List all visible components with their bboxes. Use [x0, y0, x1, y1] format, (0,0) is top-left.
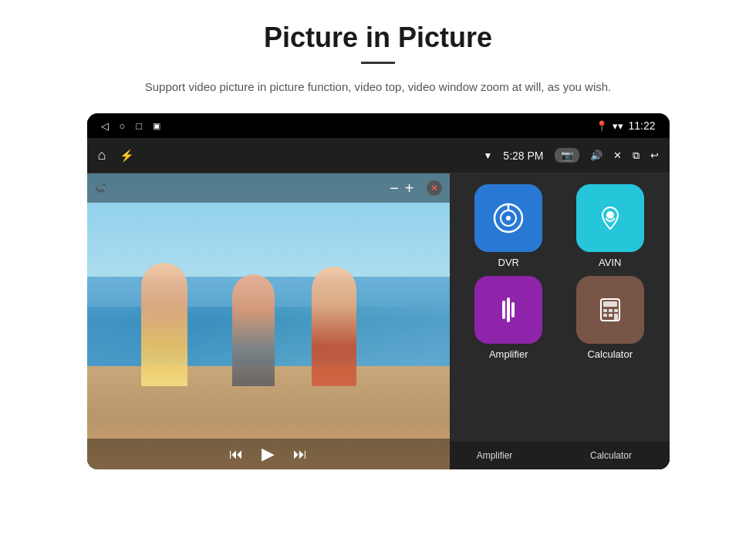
back-icon[interactable]: ↩	[650, 150, 659, 161]
avin-icon	[576, 184, 644, 252]
amplifier-bottom-label: Amplifier	[437, 450, 553, 461]
svg-rect-9	[603, 301, 617, 307]
page-wrapper: Picture in Picture Support video picture…	[0, 0, 756, 538]
pip-top-controls: 📹 − + ✕	[87, 173, 450, 203]
svg-rect-13	[603, 314, 607, 317]
usb-icon[interactable]: ⚡	[120, 149, 134, 163]
pip-video	[87, 173, 450, 469]
close-pip-icon[interactable]: ✕	[613, 150, 622, 161]
app-amplifier[interactable]: Amplifier	[462, 276, 556, 360]
status-bar-left: ◁ ○ □ ▣	[101, 120, 161, 132]
calculator-svg	[593, 293, 627, 327]
app-calculator[interactable]: Calculator	[563, 276, 657, 360]
person2	[232, 274, 275, 386]
app-grid: DVR AVIN	[450, 173, 670, 469]
pip-resize-icon[interactable]: ⧉	[633, 150, 640, 162]
pip-zoom-out-button[interactable]: −	[390, 180, 399, 197]
pip-prev-button[interactable]: ⏮	[229, 446, 243, 462]
device-frame: ◁ ○ □ ▣ 📍 ▾▾ 11:22 ⌂ ⚡ ▼ 5:28 PM 📷	[87, 113, 670, 469]
app-avin[interactable]: AVIN	[563, 184, 657, 268]
page-subtitle: Support video picture in picture functio…	[145, 78, 611, 96]
calculator-bottom-label: Calculator	[553, 450, 670, 461]
person3	[312, 267, 356, 386]
home-nav-icon[interactable]: ○	[120, 120, 126, 132]
svg-rect-14	[609, 314, 613, 317]
status-time: 11:22	[628, 119, 655, 132]
main-content: N S ○	[87, 173, 670, 469]
volume-icon[interactable]: 🔊	[590, 150, 602, 161]
svg-point-4	[606, 211, 614, 219]
wifi-bar-icon: ▼	[483, 150, 492, 161]
svg-rect-12	[614, 309, 618, 312]
app-dvr[interactable]: DVR	[462, 184, 556, 268]
app-bar-left: ⌂ ⚡	[98, 147, 135, 163]
svg-point-2	[506, 216, 511, 220]
amplifier-icon	[474, 276, 542, 344]
status-bar: ◁ ○ □ ▣ 📍 ▾▾ 11:22	[87, 113, 670, 138]
status-bar-right: 📍 ▾▾ 11:22	[596, 119, 655, 132]
camera-badge[interactable]: 📷	[555, 148, 579, 163]
svg-rect-11	[609, 309, 613, 312]
pip-close-button[interactable]: ✕	[427, 180, 442, 196]
page-title: Picture in Picture	[264, 22, 492, 54]
pip-next-button[interactable]: ⏭	[293, 446, 307, 462]
recents-nav-icon[interactable]: □	[136, 120, 142, 132]
dvr-icon	[474, 184, 542, 252]
pip-camera-icon: 📹	[95, 183, 106, 193]
camera-icon: 📷	[561, 150, 573, 161]
amplifier-svg	[491, 293, 525, 327]
back-nav-icon[interactable]: ◁	[101, 120, 109, 132]
calculator-label: Calculator	[587, 348, 633, 360]
app-bar: ⌂ ⚡ ▼ 5:28 PM 📷 🔊 ✕ ⧉ ↩	[87, 138, 670, 173]
home-icon[interactable]: ⌂	[98, 147, 106, 163]
pip-bottom-controls: ⏮ ▶ ⏭	[87, 439, 450, 469]
pip-zoom-in-button[interactable]: +	[405, 180, 414, 197]
app-bar-right: ▼ 5:28 PM 📷 🔊 ✕ ⧉ ↩	[483, 148, 658, 163]
screen-icon[interactable]: ▣	[153, 121, 160, 131]
amplifier-label: Amplifier	[489, 348, 528, 360]
person1	[141, 263, 187, 386]
pip-container[interactable]: 📹 − + ✕ ⏮ ▶ ⏭	[87, 173, 450, 469]
dvr-label: DVR	[498, 257, 519, 268]
title-divider	[361, 62, 395, 64]
avin-svg	[593, 201, 627, 235]
avin-label: AVIN	[599, 257, 621, 268]
dvr-svg	[491, 201, 525, 235]
app-bar-time: 5:28 PM	[503, 150, 543, 162]
wifi-signal-icon: ▾▾	[613, 120, 623, 132]
svg-rect-10	[603, 309, 607, 312]
pip-play-button[interactable]: ▶	[262, 444, 275, 464]
calculator-icon	[576, 276, 644, 344]
svg-rect-5	[502, 301, 505, 319]
svg-rect-7	[511, 302, 515, 318]
svg-rect-15	[614, 314, 618, 320]
svg-rect-6	[507, 298, 510, 322]
location-icon: 📍	[596, 120, 608, 132]
